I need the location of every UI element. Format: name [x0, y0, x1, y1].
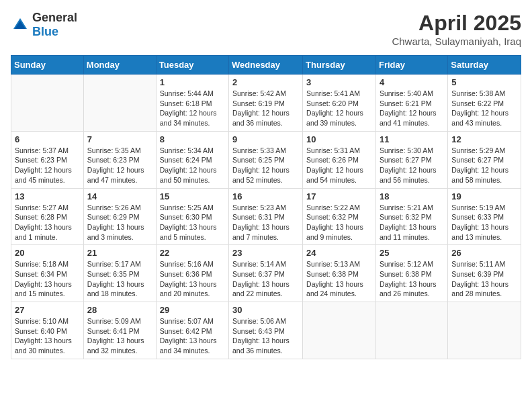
page-title: April 2025	[392, 11, 521, 36]
week-row-2: 13Sunrise: 5:27 AMSunset: 6:28 PMDayligh…	[11, 188, 521, 245]
calendar-cell: 13Sunrise: 5:27 AMSunset: 6:28 PMDayligh…	[11, 188, 84, 245]
day-number: 29	[160, 305, 225, 315]
day-info: Sunrise: 5:33 AMSunset: 6:25 PMDaylight:…	[232, 146, 299, 185]
day-info: Sunrise: 5:34 AMSunset: 6:24 PMDaylight:…	[160, 146, 225, 185]
day-number: 10	[306, 134, 372, 144]
calendar-cell: 16Sunrise: 5:23 AMSunset: 6:31 PMDayligh…	[229, 188, 303, 245]
calendar-cell	[303, 302, 376, 359]
weekday-header-thursday: Thursday	[303, 56, 376, 75]
day-number: 30	[232, 305, 299, 315]
calendar-cell: 14Sunrise: 5:26 AMSunset: 6:29 PMDayligh…	[83, 188, 156, 245]
day-number: 8	[160, 134, 225, 144]
calendar-cell: 1Sunrise: 5:44 AMSunset: 6:18 PMDaylight…	[156, 75, 228, 132]
weekday-header-wednesday: Wednesday	[229, 56, 303, 75]
day-number: 20	[15, 248, 80, 258]
weekday-header-saturday: Saturday	[448, 56, 521, 75]
calendar-cell: 22Sunrise: 5:16 AMSunset: 6:36 PMDayligh…	[156, 245, 228, 302]
calendar-cell	[11, 75, 84, 132]
calendar-table: SundayMondayTuesdayWednesdayThursdayFrid…	[11, 55, 521, 359]
day-info: Sunrise: 5:21 AMSunset: 6:32 PMDaylight:…	[380, 203, 444, 242]
page-header: General Blue April 2025 Chwarta, Sulayma…	[11, 11, 521, 47]
calendar-cell: 17Sunrise: 5:22 AMSunset: 6:32 PMDayligh…	[303, 188, 376, 245]
calendar-cell: 8Sunrise: 5:34 AMSunset: 6:24 PMDaylight…	[156, 131, 228, 188]
day-number: 22	[160, 248, 225, 258]
day-info: Sunrise: 5:14 AMSunset: 6:37 PMDaylight:…	[232, 259, 299, 299]
calendar-cell: 28Sunrise: 5:09 AMSunset: 6:41 PMDayligh…	[83, 302, 156, 359]
calendar-cell	[83, 75, 156, 132]
day-number: 19	[451, 191, 517, 201]
page-subtitle: Chwarta, Sulaymaniyah, Iraq	[392, 36, 521, 47]
day-number: 14	[87, 191, 152, 201]
day-number: 6	[15, 134, 80, 144]
calendar-cell: 29Sunrise: 5:07 AMSunset: 6:42 PMDayligh…	[156, 302, 228, 359]
day-number: 11	[380, 134, 444, 144]
calendar-cell: 30Sunrise: 5:06 AMSunset: 6:43 PMDayligh…	[229, 302, 303, 359]
day-number: 24	[306, 248, 372, 258]
day-number: 25	[380, 248, 444, 258]
calendar-cell: 20Sunrise: 5:18 AMSunset: 6:34 PMDayligh…	[11, 245, 84, 302]
calendar-cell	[375, 302, 447, 359]
day-info: Sunrise: 5:19 AMSunset: 6:33 PMDaylight:…	[451, 203, 517, 242]
calendar-cell: 18Sunrise: 5:21 AMSunset: 6:32 PMDayligh…	[375, 188, 447, 245]
day-info: Sunrise: 5:26 AMSunset: 6:29 PMDaylight:…	[87, 203, 152, 242]
day-info: Sunrise: 5:42 AMSunset: 6:19 PMDaylight:…	[232, 89, 299, 128]
day-number: 21	[87, 248, 152, 258]
calendar-cell	[448, 302, 521, 359]
day-number: 5	[451, 77, 517, 87]
day-info: Sunrise: 5:37 AMSunset: 6:23 PMDaylight:…	[15, 146, 80, 185]
day-number: 4	[380, 77, 444, 87]
calendar-cell: 11Sunrise: 5:30 AMSunset: 6:27 PMDayligh…	[375, 131, 447, 188]
day-number: 1	[160, 77, 225, 87]
title-block: April 2025 Chwarta, Sulaymaniyah, Iraq	[392, 11, 521, 47]
day-info: Sunrise: 5:44 AMSunset: 6:18 PMDaylight:…	[160, 89, 225, 128]
day-info: Sunrise: 5:38 AMSunset: 6:22 PMDaylight:…	[451, 89, 517, 128]
calendar-cell: 4Sunrise: 5:40 AMSunset: 6:21 PMDaylight…	[375, 75, 447, 132]
calendar-cell: 5Sunrise: 5:38 AMSunset: 6:22 PMDaylight…	[448, 75, 521, 132]
calendar-cell: 19Sunrise: 5:19 AMSunset: 6:33 PMDayligh…	[448, 188, 521, 245]
day-info: Sunrise: 5:22 AMSunset: 6:32 PMDaylight:…	[306, 203, 372, 242]
logo-text-blue: Blue	[32, 25, 58, 38]
day-info: Sunrise: 5:16 AMSunset: 6:36 PMDaylight:…	[160, 259, 225, 299]
calendar-cell: 24Sunrise: 5:13 AMSunset: 6:38 PMDayligh…	[303, 245, 376, 302]
day-info: Sunrise: 5:31 AMSunset: 6:26 PMDaylight:…	[306, 146, 372, 185]
calendar-cell: 9Sunrise: 5:33 AMSunset: 6:25 PMDaylight…	[229, 131, 303, 188]
day-info: Sunrise: 5:29 AMSunset: 6:27 PMDaylight:…	[451, 146, 517, 185]
day-info: Sunrise: 5:30 AMSunset: 6:27 PMDaylight:…	[380, 146, 444, 185]
calendar-cell: 6Sunrise: 5:37 AMSunset: 6:23 PMDaylight…	[11, 131, 84, 188]
day-info: Sunrise: 5:18 AMSunset: 6:34 PMDaylight:…	[15, 259, 80, 299]
week-row-4: 27Sunrise: 5:10 AMSunset: 6:40 PMDayligh…	[11, 302, 521, 359]
day-info: Sunrise: 5:11 AMSunset: 6:39 PMDaylight:…	[451, 259, 517, 299]
day-info: Sunrise: 5:10 AMSunset: 6:40 PMDaylight:…	[15, 316, 80, 356]
weekday-header-friday: Friday	[375, 56, 447, 75]
calendar-cell: 10Sunrise: 5:31 AMSunset: 6:26 PMDayligh…	[303, 131, 376, 188]
logo-icon	[11, 15, 30, 34]
day-number: 18	[380, 191, 444, 201]
day-number: 27	[15, 305, 80, 315]
weekday-header-row: SundayMondayTuesdayWednesdayThursdayFrid…	[11, 56, 521, 75]
calendar-cell: 26Sunrise: 5:11 AMSunset: 6:39 PMDayligh…	[448, 245, 521, 302]
day-info: Sunrise: 5:13 AMSunset: 6:38 PMDaylight:…	[306, 259, 372, 299]
day-number: 7	[87, 134, 152, 144]
day-info: Sunrise: 5:35 AMSunset: 6:23 PMDaylight:…	[87, 146, 152, 185]
week-row-1: 6Sunrise: 5:37 AMSunset: 6:23 PMDaylight…	[11, 131, 521, 188]
day-number: 13	[15, 191, 80, 201]
logo-text-general: General	[32, 11, 77, 24]
day-number: 12	[451, 134, 517, 144]
day-number: 17	[306, 191, 372, 201]
calendar-cell: 15Sunrise: 5:25 AMSunset: 6:30 PMDayligh…	[156, 188, 228, 245]
calendar-cell: 2Sunrise: 5:42 AMSunset: 6:19 PMDaylight…	[229, 75, 303, 132]
day-info: Sunrise: 5:06 AMSunset: 6:43 PMDaylight:…	[232, 316, 299, 356]
day-info: Sunrise: 5:27 AMSunset: 6:28 PMDaylight:…	[15, 203, 80, 242]
day-number: 16	[232, 191, 299, 201]
day-info: Sunrise: 5:25 AMSunset: 6:30 PMDaylight:…	[160, 203, 225, 242]
weekday-header-monday: Monday	[83, 56, 156, 75]
calendar-cell: 12Sunrise: 5:29 AMSunset: 6:27 PMDayligh…	[448, 131, 521, 188]
day-info: Sunrise: 5:40 AMSunset: 6:21 PMDaylight:…	[380, 89, 444, 128]
calendar-cell: 3Sunrise: 5:41 AMSunset: 6:20 PMDaylight…	[303, 75, 376, 132]
day-info: Sunrise: 5:07 AMSunset: 6:42 PMDaylight:…	[160, 316, 225, 356]
day-number: 23	[232, 248, 299, 258]
calendar-cell: 23Sunrise: 5:14 AMSunset: 6:37 PMDayligh…	[229, 245, 303, 302]
day-number: 26	[451, 248, 517, 258]
day-info: Sunrise: 5:17 AMSunset: 6:35 PMDaylight:…	[87, 259, 152, 299]
calendar-cell: 25Sunrise: 5:12 AMSunset: 6:38 PMDayligh…	[375, 245, 447, 302]
